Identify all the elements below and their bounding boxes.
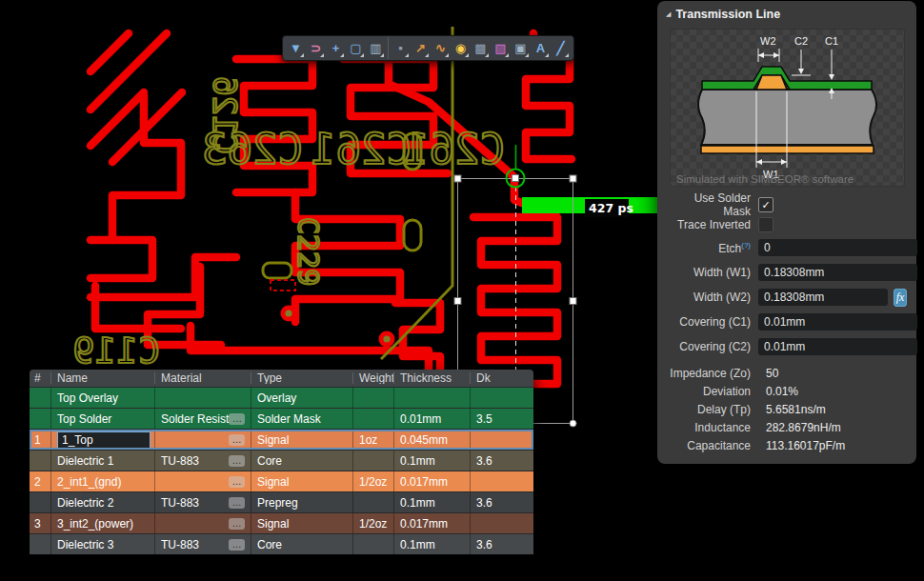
cell-type[interactable]: Solder Mask [251,409,352,429]
cell-type[interactable]: Signal [251,471,352,491]
cell-name[interactable]: Dielectric 1 [50,451,154,471]
cell-thickness[interactable]: 0.1mm [393,451,470,471]
material-browse-button[interactable]: … [229,434,245,446]
table-row-dielectric-1[interactable]: Dielectric 1 TU-883… Core 0.1mm 3.6 [30,450,533,471]
panel-title: Transmission Line [675,8,780,21]
cell-thickness[interactable]: 0.01mm [393,409,470,429]
cell-thickness[interactable]: 0.017mm [393,513,470,533]
cell-dk[interactable]: 3.6 [470,451,533,471]
cell-material[interactable]: TU-883 [161,454,199,468]
material-browse-button[interactable]: … [229,455,245,467]
cell-name[interactable]: Dielectric 3 [50,534,154,554]
trace-inverted-label: Trace Inverted [665,218,751,231]
cell-dk[interactable]: 3.6 [470,534,533,554]
cell-num [30,534,50,554]
cell-thickness[interactable] [393,388,470,408]
cell-dk[interactable]: 3.5 [470,409,533,429]
cell-dk[interactable] [470,388,533,408]
simbeor-caption: Simulated with SIMBEOR® software [676,173,854,185]
cell-material[interactable]: TU-883 [161,496,199,510]
table-row-top-solder[interactable]: Top Solder Solder Resist… Solder Mask 0.… [30,408,533,429]
use-solder-mask-row: Use Solder Mask ✓ [665,196,907,213]
material-browse-button[interactable]: … [229,497,245,509]
cell-thickness[interactable]: 0.017mm [393,471,470,491]
interactive-route-icon[interactable]: ↗ [411,37,431,59]
dim-label-w2: W2 [760,35,776,47]
etch-input[interactable] [758,239,917,256]
cell-type[interactable]: Core [251,451,352,471]
move-cursor-icon[interactable]: + [326,37,346,59]
dim-label-c1: C1 [825,35,838,47]
snap-magnet-icon[interactable]: ⊃ [306,37,326,59]
width-w2-input[interactable] [758,289,888,306]
fx-formula-button[interactable]: fx [894,289,907,307]
cell-type[interactable]: Core [251,534,352,554]
material-browse-button[interactable]: … [229,539,245,551]
selection-filter-icon[interactable]: ▼ [286,37,306,59]
use-solder-mask-label: Use Solder Mask [665,191,751,218]
place-room-icon[interactable]: ▣ [511,37,531,59]
cell-name[interactable]: Top Overlay [50,388,154,408]
width-w2-row: Width (W2) fx [665,289,907,306]
cell-num: 3 [30,513,50,533]
inductance-row: Inductance 282.8679nH/m [665,419,907,436]
place-via-icon[interactable]: ◉ [451,37,471,59]
etch-help-hint[interactable]: (?) [741,241,751,250]
cell-thickness[interactable]: 0.1mm [393,492,470,512]
name-edit-field[interactable]: 1_Top [57,431,151,449]
cell-name[interactable]: 2_int1_(gnd) [50,471,154,491]
material-browse-button[interactable]: … [229,413,245,425]
dim-label-c2: C2 [794,35,808,47]
cell-weight: 1/2oz [352,513,393,533]
covering-c2-input[interactable] [758,338,917,355]
cell-thickness[interactable]: 0.1mm [393,534,470,554]
deviation-label: Deviation [665,385,751,398]
col-header-name: Name [50,372,154,384]
cell-material[interactable]: TU-883 [161,538,199,551]
silkscreen-label: C119 [72,330,160,371]
solder-mask-layer [702,67,872,90]
covering-c1-label: Covering (C1) [665,315,751,329]
use-solder-mask-checkbox[interactable]: ✓ [758,197,773,212]
cell-dk[interactable]: 3.6 [470,492,533,512]
cell-dk[interactable] [470,471,533,491]
trace-cross-section [756,75,787,90]
cell-name[interactable]: Top Solder [50,409,154,429]
material-browse-button[interactable]: … [229,476,245,488]
silkscreen-label: C261 [404,125,505,173]
select-area-icon[interactable]: ▢ [346,37,366,59]
table-row-top-overlay[interactable]: Top Overlay Overlay [30,387,533,408]
solid-region-icon[interactable]: ▪ [388,37,411,59]
trace-inverted-checkbox[interactable] [758,217,773,232]
cell-name[interactable]: 3_int2_(power) [50,513,154,533]
cell-thickness[interactable]: 0.045mm [393,430,470,450]
place-line-icon[interactable]: ╱ [551,37,571,59]
cell-type[interactable]: Prepreg [251,492,352,512]
covering-c1-input[interactable] [758,313,917,331]
cell-material[interactable]: Solder Resist [161,412,229,426]
cell-name[interactable]: Dielectric 2 [50,492,154,512]
panel-section-header[interactable]: ◢ Transmission Line [657,1,916,25]
cell-dk[interactable] [470,513,533,533]
cell-type[interactable]: Overlay [251,388,352,408]
collapse-triangle-icon[interactable]: ◢ [666,10,671,18]
inductance-value: 282.8679nH/m [758,421,841,434]
table-row-dielectric-2[interactable]: Dielectric 2 TU-883… Prepreg 0.1mm 3.6 [30,491,533,512]
table-row-1-top-selected[interactable]: 1 1_Top … Signal 1oz 0.045mm [30,429,533,450]
place-image-icon[interactable]: ▧ [491,37,511,59]
capacitance-label: Capacitance [665,439,751,452]
covering-c2-label: Covering (C2) [665,340,751,353]
material-browse-button[interactable]: … [229,518,245,530]
tune-length-meander-icon[interactable]: ∿ [431,37,451,59]
table-row-2-int1-gnd[interactable]: 2 2_int1_(gnd) … Signal 1/2oz 0.017mm [30,471,533,491]
place-string-icon[interactable]: A [531,37,551,59]
board-insight-icon[interactable]: ▥ [366,37,386,59]
cell-dk[interactable] [470,430,533,450]
cell-weight [352,388,393,408]
table-row-3-int2-power[interactable]: 3 3_int2_(power) … Signal 1/2oz 0.017mm [30,512,533,533]
cell-type[interactable]: Signal [251,513,352,533]
cell-type[interactable]: Signal [251,430,352,450]
table-row-dielectric-3[interactable]: Dielectric 3 TU-883… Core 0.1mm 3.6 [30,533,533,554]
width-w1-input[interactable] [758,264,917,281]
place-polygon-icon[interactable]: ▩ [471,37,491,59]
